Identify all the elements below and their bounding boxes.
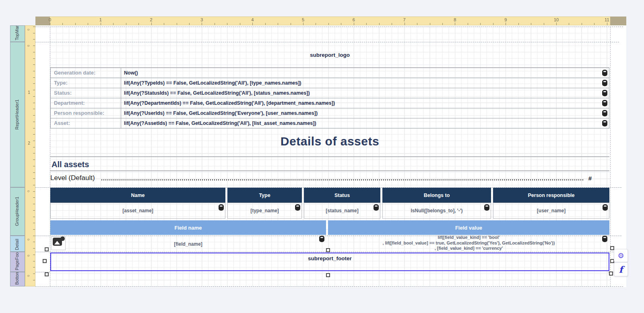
band-label-text: GroupHeader1	[10, 188, 25, 235]
h-ruler-number: 6	[349, 17, 358, 22]
database-icon	[295, 204, 300, 211]
gear-icon: ⚙	[617, 252, 624, 259]
band-label-text: PageFooter	[10, 252, 25, 272]
column-header-name[interactable]: Name	[50, 188, 225, 203]
h-ruler-number: 5	[299, 17, 308, 22]
h-ruler-number: 0	[45, 17, 54, 22]
function-icon: f	[619, 265, 623, 274]
horizontal-ruler-ticks	[50, 23, 610, 25]
h-ruler-number: 11	[603, 17, 611, 22]
database-icon	[602, 80, 607, 86]
database-icon	[319, 236, 324, 242]
h-ruler-number: 7	[400, 17, 409, 22]
selection-handle-top-center[interactable]	[326, 248, 330, 252]
band-label-topmargin[interactable]: TopMargin	[10, 25, 25, 42]
selection-handle-bottom-left[interactable]	[45, 272, 49, 276]
v-ruler-origin-marker: 0	[27, 273, 31, 277]
database-icon	[374, 204, 379, 211]
selection-handle-bottom-center[interactable]	[326, 273, 330, 277]
column-data-cell[interactable]: [asset_name]	[50, 203, 225, 219]
h-ruler-number: 8	[450, 17, 459, 22]
info-row-label: Person responsible:	[51, 108, 121, 118]
band-label-reportheader1[interactable]: ReportHeader1	[10, 42, 25, 187]
group-title-component[interactable]: All assets	[50, 159, 609, 171]
info-row-expression: Iif(Any(?TypeIds) == False, GetLocalized…	[122, 78, 601, 88]
database-icon	[602, 90, 607, 96]
report-designer-canvas: subreport_logo Generation date:Now()Type…	[0, 0, 644, 313]
database-icon	[602, 100, 607, 106]
expression-line: , Iif([field_bool_value] == true, GetLoc…	[328, 240, 609, 246]
database-icon	[602, 120, 607, 126]
info-table-row[interactable]: Type:Iif(Any(?TypeIds) == False, GetLoca…	[51, 78, 609, 88]
band-label-groupheader1[interactable]: GroupHeader1	[10, 187, 25, 236]
column-data-cell[interactable]: [type_name]	[227, 203, 302, 219]
image-icon-dot	[60, 236, 65, 241]
band-label-bottommargin[interactable]: BottomMargin	[10, 272, 25, 286]
info-row-label: Status:	[51, 88, 121, 98]
band-label-text: BottomMargin	[10, 272, 25, 286]
database-icon	[219, 204, 224, 211]
selection-handle-bottom-right[interactable]	[609, 272, 613, 276]
info-row-label: Generation date:	[51, 68, 121, 78]
info-table-row[interactable]: Status:Iif(Any(?StatusIds) == False, Get…	[51, 88, 609, 98]
column-data-cell[interactable]: [user_name]	[493, 203, 609, 219]
v-ruler-origin-marker: 0	[27, 253, 31, 257]
page-top-boundary	[35, 27, 623, 27]
expression-line: , [field_value_kind] == 'currency'	[328, 246, 609, 251]
column-data-cell[interactable]: [status_name]	[304, 203, 380, 219]
info-row-expression: Iif(Any(?UserIds) == False, GetLocalized…	[122, 108, 601, 118]
info-row-label: Type:	[51, 78, 121, 88]
database-icon	[602, 70, 607, 76]
selection-handle-mid-left[interactable]	[43, 259, 47, 263]
expression-button[interactable]: f	[614, 262, 628, 276]
column-data-cell[interactable]: IsNull([belongs_to], '-')	[382, 203, 491, 219]
column-header-type[interactable]: Type	[227, 188, 302, 203]
field-name-data-cell[interactable]: [field_name]	[50, 241, 326, 248]
database-icon	[602, 110, 607, 116]
ruler-right-margin-block	[610, 17, 626, 25]
field-value-header-cell[interactable]: Field value	[328, 220, 609, 235]
band-label-pagefooter[interactable]: PageFooter	[10, 252, 25, 272]
subreport-footer-component[interactable]: subreport_footer	[50, 255, 609, 262]
band-label-text: TopMargin	[10, 26, 25, 41]
column-header-belongs-to[interactable]: Belongs to	[382, 188, 491, 203]
h-ruler-number: 10	[552, 17, 561, 22]
column-header-status[interactable]: Status	[304, 188, 380, 203]
field-value-expression-cell[interactable]: Iif([field_value_kind] == 'bool', Iif([f…	[328, 235, 609, 252]
field-name-header-cell[interactable]: Field name	[50, 220, 326, 235]
info-row-expression: Now()	[122, 68, 601, 78]
info-row-label: Department:	[51, 98, 121, 108]
database-icon	[484, 204, 489, 211]
h-ruler-number: 9	[501, 17, 510, 22]
report-info-table[interactable]: Generation date:Now()Type:Iif(Any(?TypeI…	[50, 67, 609, 129]
v-ruler-number: 1	[25, 90, 33, 95]
database-icon	[602, 236, 607, 242]
info-table-row[interactable]: Person responsible:Iif(Any(?UserIds) == …	[51, 108, 609, 118]
report-title-component[interactable]: Details of assets	[50, 126, 609, 157]
band-label-text: ReportHeader1	[10, 42, 25, 187]
expression-line: Iif([field_value_kind] == 'bool'	[328, 235, 609, 240]
v-ruler-origin-marker: 0	[27, 43, 31, 47]
column-header-person-responsible[interactable]: Person responsible	[493, 188, 609, 203]
band-label-text: Detail	[10, 236, 25, 251]
level-marker: #	[588, 175, 592, 182]
info-row-expression: Iif(Any(?DepartmentIds) == False, GetLoc…	[122, 98, 601, 108]
h-ruler-number: 1	[96, 17, 105, 22]
page-bottom-boundary	[35, 286, 623, 287]
v-ruler-origin-marker: 0	[27, 236, 31, 240]
subreport-logo-component[interactable]: subreport_logo	[50, 42, 609, 67]
level-row[interactable]: Level (Default) #	[50, 173, 609, 183]
h-ruler-number: 3	[197, 17, 206, 22]
info-table-row[interactable]: Generation date:Now()	[51, 68, 609, 78]
info-row-expression: Iif(Any(?StatusIds) == False, GetLocaliz…	[122, 88, 601, 98]
h-ruler-number: 2	[147, 17, 156, 22]
band-label-detail[interactable]: Detail	[10, 236, 25, 252]
level-dotted-leader	[101, 179, 584, 180]
v-ruler-number: 2	[25, 141, 33, 146]
database-icon	[603, 204, 608, 211]
settings-button[interactable]: ⚙	[614, 249, 628, 262]
selection-handle-top-left[interactable]	[45, 247, 49, 251]
info-table-row[interactable]: Department:Iif(Any(?DepartmentIds) == Fa…	[51, 98, 609, 108]
v-ruler-origin-marker: 0	[27, 27, 31, 31]
v-ruler-origin-marker: 0	[27, 188, 31, 192]
